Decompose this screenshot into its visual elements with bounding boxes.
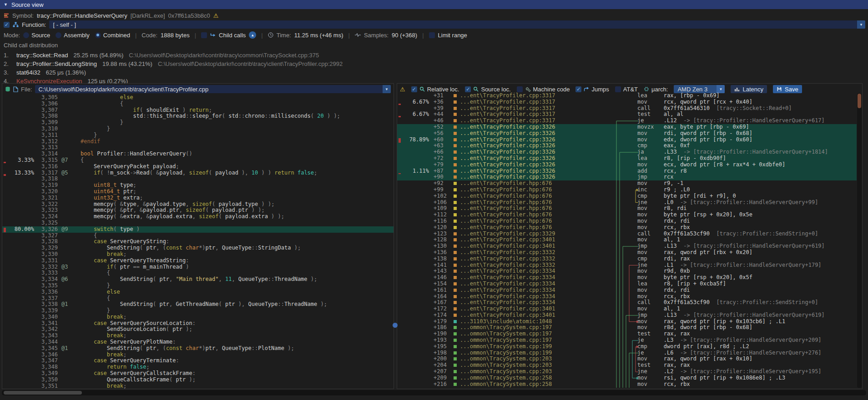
source-line[interactable]: 3,324 memcpy( &extra, &payload.extra, si… <box>2 214 394 220</box>
source-line[interactable]: 3,311 } <box>2 132 394 139</box>
source-line[interactable]: 3,336 else <box>2 289 394 295</box>
source-line[interactable]: 3,316 ServerQueryPacket payload; <box>2 164 394 170</box>
asm-source-location[interactable]: ...ent\TracyProfiler.cpp:3317 <box>460 93 610 99</box>
source-line[interactable]: 3,305 else <box>2 95 394 101</box>
chevron-down-icon[interactable]: ▼ <box>857 20 865 29</box>
assembly-line[interactable]: +146...ent\TracyProfiler.cpp:3334mov byt… <box>397 275 857 281</box>
assembly-line[interactable]: +200...ommon\TracySystem.cpp:203mov rax,… <box>397 356 857 362</box>
assembly-line[interactable]: +116...ent\TracyProfiler.hpp:676mov rdx,… <box>397 218 857 225</box>
asm-source-location[interactable]: ...ent\TracyProfiler.cpp:3332 <box>460 262 610 269</box>
asm-source-location[interactable]: ...ent\TracyProfiler.cpp:3326 <box>460 168 610 175</box>
source-line[interactable]: 3,345@1 SendString( ptr, (const char*)pt… <box>2 345 394 352</box>
file-combo[interactable]: C:\Users\wolf\Desktop\darkrl\contrib\tra… <box>35 85 391 93</box>
asm-source-location[interactable]: ...ent\TracyProfiler.cpp:3326 <box>460 137 610 143</box>
assembly-line[interactable]: +112...ent\TracyProfiler.hpp:676mov byte… <box>397 212 857 218</box>
asm-source-location[interactable]: ...ent\TracyProfiler.hpp:676 <box>460 218 610 225</box>
asm-source-location[interactable]: ...ommon\TracySystem.cpp:199 <box>460 344 610 350</box>
source-line[interactable]: 3,338@1 SendString( ptr, GetThreadName( … <box>2 301 394 308</box>
assembly-line[interactable]: +109...ent\TracyProfiler.hpp:676mov r8, … <box>397 205 857 212</box>
source-line[interactable]: 3,310 } <box>2 126 394 132</box>
asm-source-location[interactable]: ...31103\include\atomic:1048 <box>460 319 610 325</box>
collapse-arrow-icon[interactable]: ▼ <box>4 2 8 7</box>
child-call-row[interactable]: 2.tracy::Profiler::SendLongString19.88 m… <box>4 60 732 68</box>
toolbar-relative-loc-[interactable]: ✓Relative loc. <box>411 86 459 93</box>
source-line[interactable]: 3,313 <box>2 145 394 151</box>
horizontal-scrollbar-handle[interactable] <box>4 391 82 395</box>
source-line[interactable]: 3,339 } <box>2 308 394 314</box>
assembly-line[interactable]: +204...ommon\TracySystem.cpp:203test rax… <box>397 362 857 369</box>
assembly-line[interactable]: +193...ommon\TracySystem.cpp:197je .L3 -… <box>397 337 857 344</box>
source-line[interactable]: 3,325 <box>2 220 394 226</box>
assembly-line[interactable]: 1.11%+87...ent\TracyProfiler.cpp:3326add… <box>397 168 857 175</box>
asm-source-location[interactable]: ...ent\TracyProfiler.cpp:3317 <box>460 105 610 112</box>
asm-source-location[interactable]: ...ent\TracyProfiler.hpp:676 <box>460 225 610 231</box>
toolbar-at-t[interactable]: AT&T <box>615 86 638 93</box>
assembly-line[interactable]: +79...ent\TracyProfiler.cpp:3326mov ecx,… <box>397 162 857 168</box>
source-line[interactable]: 3,309 } <box>2 120 394 126</box>
assembly-line[interactable]: +161...ent\TracyProfiler.cpp:3334mov rdx… <box>397 287 857 294</box>
asm-source-location[interactable]: ...ent\TracyProfiler.cpp:3332 <box>460 250 610 256</box>
source-line[interactable]: 3,335 } <box>2 283 394 289</box>
asm-source-location[interactable]: ...ommon\TracySystem.cpp:197 <box>460 325 610 331</box>
assembly-line[interactable]: +123...ent\TracyProfiler.cpp:3329call 0x… <box>397 231 857 237</box>
asm-source-location[interactable]: ...ent\TracyProfiler.cpp:3401 <box>460 243 610 250</box>
source-line[interactable]: 3,340 break; <box>2 314 394 320</box>
assembly-line[interactable]: +92...ent\TracyProfiler.hpp:676mov r9, -… <box>397 180 857 187</box>
assembly-line[interactable]: +216...ommon\TracySystem.cpp:258mov rcx,… <box>397 381 857 388</box>
source-line[interactable]: 3,332@3 if( ptr == m_mainThread ) <box>2 264 394 270</box>
latency-button[interactable]: Latency <box>731 85 767 93</box>
source-line[interactable]: 3,337 { <box>2 295 394 302</box>
horizontal-scrollbar[interactable] <box>2 390 866 395</box>
assembly-line[interactable]: +102...ent\TracyProfiler.hpp:676cmp byte… <box>397 193 857 200</box>
asm-source-location[interactable]: ...ent\TracyProfiler.cpp:3332 <box>460 256 610 262</box>
source-line[interactable]: 3,349 case ServerQueryCallstackFrame: <box>2 370 394 377</box>
source-line[interactable]: 3,334@6 SendString( ptr, "Main thread", … <box>2 276 394 283</box>
assembly-line[interactable]: +46...ent\TracyProfiler.cpp:3317je .L12 … <box>397 118 857 124</box>
asm-source-location[interactable]: ...ent\TracyProfiler.cpp:3326 <box>460 143 610 149</box>
assembly-line[interactable]: +72...ent\TracyProfiler.cpp:3326lea r8, … <box>397 155 857 162</box>
asm-source-location[interactable]: ...ent\TracyProfiler.cpp:3334 <box>460 300 610 306</box>
asm-source-location[interactable]: ...ent\TracyProfiler.cpp:3334 <box>460 275 610 281</box>
assembly-line[interactable]: +66...ent\TracyProfiler.cpp:3326ja .L33 … <box>397 149 857 155</box>
asm-source-location[interactable]: ...ommon\TracySystem.cpp:258 <box>460 375 610 381</box>
asm-source-location[interactable]: ...ommon\TracySystem.cpp:203 <box>460 362 610 369</box>
mode-radio-combined[interactable]: Combined <box>95 32 130 39</box>
source-line[interactable]: 3,330 break; <box>2 251 394 258</box>
assembly-line[interactable]: +143...ent\TracyProfiler.cpp:3334mov r9d… <box>397 268 857 275</box>
source-line[interactable]: 3,347 case ServerQueryTerminate: <box>2 358 394 364</box>
assembly-line[interactable]: +90...ent\TracyProfiler.cpp:3326jmp rcx <box>397 174 857 180</box>
pane-splitter-handle[interactable] <box>393 323 398 328</box>
source-line[interactable]: 3,346 break; <box>2 352 394 358</box>
asm-source-location[interactable]: ...ent\TracyProfiler.cpp:3326 <box>460 162 610 168</box>
source-line[interactable]: 3,308 std::this_thread::sleep_for( std::… <box>2 113 394 120</box>
checkbox[interactable] <box>517 86 523 92</box>
assembly-line[interactable]: +136...ent\TracyProfiler.cpp:3332mov rax… <box>397 250 857 256</box>
asm-source-location[interactable]: ...ent\TracyProfiler.cpp:3334 <box>460 281 610 287</box>
asm-source-location[interactable]: ...ommon\TracySystem.cpp:197 <box>460 337 610 344</box>
assembly-line[interactable]: +207...ommon\TracySystem.cpp:203jne .L2 … <box>397 369 857 375</box>
asm-source-location[interactable]: ...ent\TracyProfiler.cpp:3334 <box>460 294 610 300</box>
source-line[interactable]: 3,351 break; <box>2 383 394 389</box>
source-line[interactable]: 3.33%3,315@7{ <box>2 157 394 164</box>
chevron-down-icon[interactable]: ▼ <box>383 85 391 93</box>
asm-source-location[interactable]: ...ommon\TracySystem.cpp:203 <box>460 369 610 375</box>
sort-up-button[interactable]: ▲ <box>249 31 256 39</box>
asm-source-location[interactable]: ...ommon\TracySystem.cpp:197 <box>460 331 610 337</box>
source-line[interactable]: 3,321 uint32_t extra; <box>2 195 394 201</box>
asm-source-location[interactable]: ...ent\TracyProfiler.hpp:676 <box>460 200 610 206</box>
asm-source-location[interactable]: ...ent\TracyProfiler.cpp:3317 <box>460 99 610 105</box>
assembly-line[interactable]: +138...ent\TracyProfiler.cpp:3332cmp rdi… <box>397 256 857 262</box>
toolbar-source-loc-[interactable]: ✓Source loc. <box>465 86 510 93</box>
titlebar[interactable]: ▼ Source view <box>0 0 868 9</box>
assembly-line[interactable]: +128...ent\TracyProfiler.cpp:3401mov al,… <box>397 237 857 243</box>
assembly-line[interactable]: +56...ent\TracyProfiler.cpp:3326mov rdi,… <box>397 130 857 137</box>
asm-source-location[interactable]: ...ent\TracyProfiler.hpp:676 <box>460 212 610 218</box>
assembly-line[interactable]: +39...ent\TracyProfiler.cpp:3317call 0x7… <box>397 105 857 112</box>
assembly-line[interactable]: +179...31103\include\atomic:1048mov rax,… <box>397 319 857 325</box>
source-line[interactable]: 3,333 { <box>2 270 394 276</box>
asm-source-location[interactable]: ...ent\TracyProfiler.hpp:676 <box>460 205 610 212</box>
assembly-line[interactable]: +174...ent\TracyProfiler.cpp:3401jmp .L1… <box>397 312 857 319</box>
assembly-line[interactable]: +63...ent\TracyProfiler.cpp:3326cmp eax,… <box>397 143 857 149</box>
function-combo[interactable]: [ - self - ] ▼ <box>49 20 865 29</box>
source-line[interactable]: 3,341 case ServerQuerySourceLocation: <box>2 320 394 327</box>
